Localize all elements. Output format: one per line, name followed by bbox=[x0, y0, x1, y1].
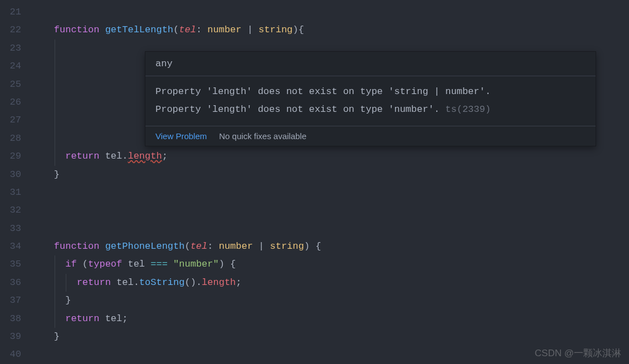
code-line[interactable]: if (typeof tel === "number") { bbox=[31, 255, 629, 273]
code-line[interactable]: function getPhoneLength(tel: number | st… bbox=[31, 238, 629, 255]
line-number: 40 bbox=[0, 346, 21, 363]
line-number: 35 bbox=[0, 255, 21, 273]
line-number: 36 bbox=[0, 274, 21, 292]
line-number: 38 bbox=[0, 310, 21, 328]
error-token: length bbox=[128, 151, 162, 161]
line-number: 37 bbox=[0, 292, 21, 309]
tooltip-error-message: Property 'length' does not exist on type… bbox=[145, 76, 596, 126]
code-line[interactable] bbox=[31, 3, 629, 21]
tooltip-signature: any bbox=[145, 52, 596, 76]
line-number: 21 bbox=[0, 3, 21, 21]
line-number: 39 bbox=[0, 328, 21, 346]
line-number: 27 bbox=[0, 111, 21, 129]
line-number: 30 bbox=[0, 166, 21, 184]
line-number: 31 bbox=[0, 184, 21, 201]
code-line[interactable]: return tel.length; bbox=[31, 147, 629, 165]
line-number: 24 bbox=[0, 57, 21, 75]
code-line[interactable]: } bbox=[31, 292, 629, 309]
line-number: 23 bbox=[0, 40, 21, 57]
code-line[interactable]: return tel.toString().length; bbox=[31, 274, 629, 292]
line-number: 28 bbox=[0, 130, 21, 147]
code-line[interactable] bbox=[31, 201, 629, 219]
tooltip-actions: View Problem No quick fixes available bbox=[145, 126, 596, 146]
ts-error-code: ts(2339) bbox=[440, 104, 491, 115]
code-line[interactable]: return tel; bbox=[31, 310, 629, 328]
line-number: 22 bbox=[0, 21, 21, 39]
code-line[interactable] bbox=[31, 220, 629, 238]
view-problem-link[interactable]: View Problem bbox=[155, 131, 207, 141]
code-line[interactable] bbox=[31, 184, 629, 201]
watermark: CSDN @一颗冰淇淋 bbox=[535, 347, 621, 360]
code-line[interactable]: } bbox=[31, 328, 629, 346]
line-number: 34 bbox=[0, 238, 21, 255]
no-quick-fixes-label: No quick fixes available bbox=[219, 131, 306, 141]
line-number: 33 bbox=[0, 220, 21, 238]
line-number: 29 bbox=[0, 147, 21, 165]
line-number-gutter: 21 22 23 24 25 26 27 28 29 30 31 32 33 3… bbox=[0, 0, 31, 364]
code-line[interactable]: function getTelLength(tel: number | stri… bbox=[31, 21, 629, 39]
line-number: 26 bbox=[0, 94, 21, 111]
line-number: 25 bbox=[0, 76, 21, 94]
code-line[interactable]: } bbox=[31, 166, 629, 184]
hover-tooltip[interactable]: any Property 'length' does not exist on … bbox=[145, 51, 596, 146]
line-number: 32 bbox=[0, 201, 21, 219]
